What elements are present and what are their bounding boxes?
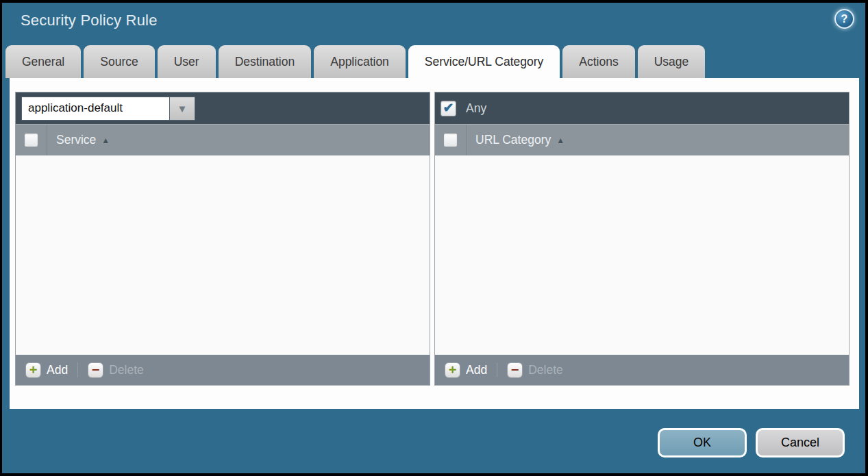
service-select-all-cell [16,125,47,155]
service-column-header-row: Service ▲ [16,124,430,155]
delete-button-label: Delete [109,363,144,377]
tab-destination[interactable]: Destination [219,45,312,78]
tab-content-area: ▼ Service ▲ + Add [10,78,859,409]
tab-application[interactable]: Application [314,45,406,78]
sort-ascending-icon[interactable]: ▲ [101,136,110,145]
add-button-label: Add [47,363,68,377]
add-button-label: Add [466,363,487,377]
service-panel-footer: + Add − Delete [16,355,430,385]
service-type-input[interactable] [21,97,169,121]
sort-ascending-icon[interactable]: ▲ [556,136,565,145]
delete-button-label: Delete [528,363,563,377]
service-type-dropdown-button[interactable]: ▼ [169,97,195,121]
url-category-panel: ✔ Any URL Category ▲ + Add [434,92,850,386]
footer-divider [77,362,78,377]
cancel-button[interactable]: Cancel [756,428,845,458]
dialog-button-row: OK Cancel [658,428,845,458]
delete-icon: − [507,362,523,378]
url-category-column-header[interactable]: URL Category [467,133,551,147]
url-category-delete-button[interactable]: − Delete [504,362,566,378]
dialog-title: Security Policy Rule [21,12,158,29]
security-policy-rule-dialog: Security Policy Rule ? General Source Us… [2,3,865,473]
any-label: Any [466,101,486,116]
service-delete-button[interactable]: − Delete [85,362,147,378]
service-add-button[interactable]: + Add [23,362,71,378]
tab-usage[interactable]: Usage [638,45,706,78]
url-category-panel-footer: + Add − Delete [435,355,849,385]
chevron-down-icon: ▼ [177,103,188,114]
service-list [16,155,430,355]
add-icon: + [445,362,460,378]
tab-general[interactable]: General [5,45,81,78]
service-column-header[interactable]: Service [47,133,96,147]
url-category-add-button[interactable]: + Add [442,362,490,378]
tab-user[interactable]: User [158,45,216,78]
tab-source[interactable]: Source [84,45,154,78]
service-panel-header: ▼ [16,92,430,124]
add-icon: + [25,362,41,378]
service-type-combobox: ▼ [21,97,195,121]
tab-bar: General Source User Destination Applicat… [5,45,865,78]
ok-button[interactable]: OK [658,428,747,458]
url-category-select-all-cell [435,125,467,155]
help-icon[interactable]: ? [834,9,854,29]
tab-service-url-category[interactable]: Service/URL Category [408,45,560,78]
url-category-panel-header: ✔ Any [435,92,849,124]
service-panel: ▼ Service ▲ + Add [15,92,430,386]
check-icon: ✔ [443,101,454,114]
url-category-list [435,155,849,355]
url-category-column-header-row: URL Category ▲ [435,124,849,155]
any-checkbox[interactable]: ✔ [441,101,456,116]
tab-actions[interactable]: Actions [562,45,634,78]
screen: Security Policy Rule ? General Source Us… [0,0,868,476]
service-select-all-checkbox[interactable] [24,133,38,147]
url-category-select-all-checkbox[interactable] [443,133,458,147]
delete-icon: − [88,362,103,378]
footer-divider [497,362,497,377]
